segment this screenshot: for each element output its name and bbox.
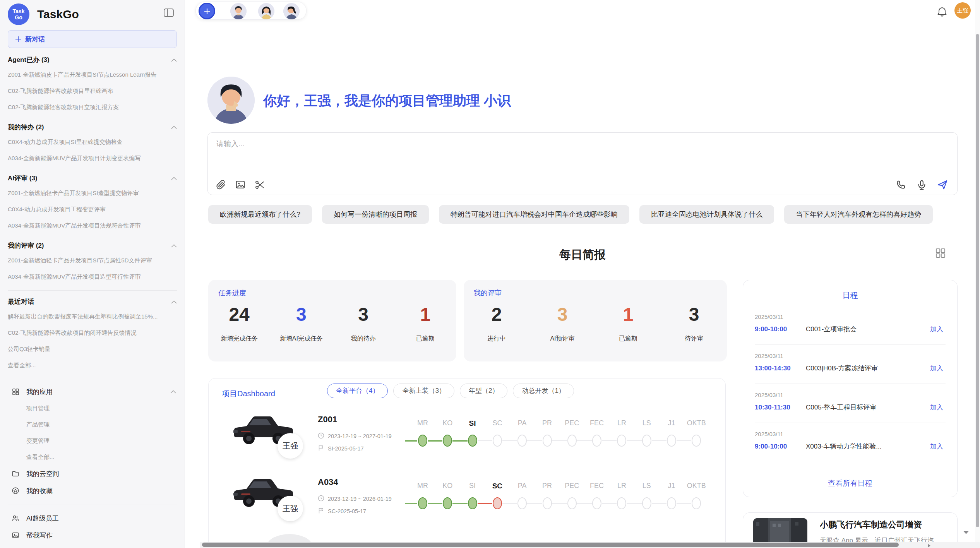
sidebar: Task Go TaskGo 新对话 Agent已办 (3)Z001-全新燃油皮…	[0, 0, 185, 548]
milestone-dot[interactable]	[592, 497, 601, 509]
send-icon[interactable]	[937, 179, 948, 190]
chevron-up-icon[interactable]	[171, 295, 177, 308]
milestone-dot[interactable]	[692, 497, 701, 509]
milestone-dot[interactable]	[617, 497, 626, 509]
sidebar-section-header[interactable]: Agent已办 (3)	[8, 53, 177, 67]
sidebar-item-star-icon[interactable]: 我的收藏	[8, 482, 177, 499]
chevron-up-icon[interactable]	[171, 239, 177, 252]
user-avatar[interactable]: 王强	[954, 2, 971, 19]
sidebar-tool-item[interactable]: 帮我写作	[8, 527, 177, 544]
app-sub-item[interactable]: 产品管理	[8, 416, 177, 433]
sidebar-item[interactable]: A034-全新新能源MUV产品开发项目计划变更表编写	[8, 150, 177, 166]
sidebar-item[interactable]: C02-飞腾新能源轻客改款项目立项汇报方案	[8, 99, 177, 115]
milestone-dot[interactable]	[493, 497, 502, 509]
notification-bell-icon[interactable]	[937, 6, 947, 17]
project-row[interactable]: 王强 Z001 2023-12-19 ~ 2027-01-19 SI-2025-…	[209, 408, 726, 470]
sidebar-item[interactable]: C0X4-动力总成开发项目工程变更评审	[8, 201, 177, 217]
recent-conversation-item[interactable]: C02-飞腾新能源轻客改款项目的闭环通告反馈情况	[8, 325, 177, 341]
sidebar-section-header[interactable]: 我的评审 (2)	[8, 239, 177, 252]
join-meeting-link[interactable]: 加入	[930, 442, 943, 451]
milestone-dot[interactable]	[667, 497, 676, 509]
suggestion-chip[interactable]: 特朗普可能对进口汽车增税会对中国车企造成哪些影响	[439, 205, 629, 224]
stat-item: 1已逾期	[394, 304, 456, 343]
sidebar-tool-item[interactable]: AI超级员工	[8, 510, 177, 527]
new-conversation-button[interactable]	[199, 3, 215, 19]
sidebar-item[interactable]: C02-飞腾新能源轻客改款项目里程碑画布	[8, 83, 177, 99]
sidebar-tool-item[interactable]: 创意制图	[8, 544, 177, 548]
image-icon[interactable]	[235, 179, 246, 190]
milestone-dot[interactable]	[517, 435, 527, 447]
sidebar-section-header[interactable]: AI评审 (3)	[8, 172, 177, 185]
sidebar-item[interactable]: Z001-全新燃油皮卡产品开发项目SI节点Lesson Learn报告	[8, 67, 177, 83]
sidebar-item-folder-icon[interactable]: 我的云空间	[8, 465, 177, 482]
milestone-dot[interactable]	[443, 497, 452, 509]
chat-input[interactable]	[216, 139, 936, 171]
view-all-conversations-link[interactable]: 查看全部...	[8, 357, 177, 373]
view-all-schedule-link[interactable]: 查看所有日程	[743, 478, 957, 488]
recent-conversation-item[interactable]: 解释最新出台的欧盟报废车法规再生塑料比例被调至15%...	[8, 308, 177, 325]
milestone-dot[interactable]	[517, 497, 527, 509]
chevron-up-icon[interactable]	[171, 121, 177, 134]
chevron-up-icon[interactable]	[171, 53, 177, 67]
dashboard-tab[interactable]: 动总开发（1）	[513, 384, 574, 398]
recent-conversation-item[interactable]: 公司Q3轻卡销量	[8, 341, 177, 357]
chevron-up-icon[interactable]	[171, 172, 177, 185]
sidebar-collapse-icon[interactable]	[164, 9, 174, 19]
paperclip-icon[interactable]	[216, 179, 226, 190]
dashboard-tab[interactable]: 全新平台（4）	[327, 384, 388, 398]
chevron-up-icon[interactable]	[170, 388, 176, 396]
milestone-dot[interactable]	[543, 497, 552, 509]
project-date-range: 2023-12-19 ~ 2027-01-19	[318, 432, 392, 440]
milestone-dot[interactable]	[443, 435, 452, 447]
app-sub-item[interactable]: 变更管理	[8, 433, 177, 449]
view-all-apps-link[interactable]: 查看全部...	[8, 449, 177, 465]
milestone-dot[interactable]	[592, 435, 601, 447]
scroll-right-icon[interactable]	[927, 543, 931, 548]
suggestion-chip[interactable]: 当下年轻人对汽车外观有怎样的喜好趋势	[784, 205, 933, 224]
new-chat-button[interactable]: 新对话	[8, 30, 177, 48]
microphone-icon[interactable]	[916, 179, 927, 190]
schedule-date: 2025/03/11	[755, 392, 946, 398]
milestone-dot[interactable]	[543, 435, 552, 447]
conversation-avatar[interactable]	[258, 3, 274, 19]
milestone-dot[interactable]	[617, 435, 626, 447]
milestone-dot[interactable]	[468, 435, 477, 447]
sidebar-section-header[interactable]: 我的待办 (2)	[8, 121, 177, 134]
dashboard-tab[interactable]: 全新上装（3）	[393, 384, 454, 398]
milestone-dot[interactable]	[642, 497, 651, 509]
join-meeting-link[interactable]: 加入	[930, 364, 943, 373]
milestone-dot[interactable]	[692, 435, 701, 447]
project-row[interactable]: 王强 A034 2023-12-19 ~ 2026-01-19 SC-2025-…	[209, 470, 726, 533]
conversation-avatar[interactable]	[283, 3, 300, 19]
sidebar-item[interactable]: Z001-全新燃油轻卡产品开发项目SI节点属性5D文件评审	[8, 252, 177, 269]
scroll-down-icon[interactable]	[963, 529, 970, 536]
sidebar-item[interactable]: A034-全新新能源MUV产品开发项目法规符合性评审	[8, 217, 177, 234]
milestone-dot[interactable]	[418, 435, 427, 447]
suggestion-chip[interactable]: 如何写一份清晰的项目周报	[322, 205, 429, 224]
suggestion-chip[interactable]: 欧洲新规最近颁布了什么?	[208, 205, 312, 224]
milestone-dot[interactable]	[418, 497, 427, 509]
milestone-dot[interactable]	[493, 435, 502, 447]
milestone-dot[interactable]	[567, 497, 577, 509]
sidebar-item[interactable]: Z001-全新燃油轻卡产品开发项目SI造型提交物评审	[8, 185, 177, 201]
milestone-dot[interactable]	[468, 497, 477, 509]
scissors-icon[interactable]	[254, 179, 265, 190]
sidebar-section-header[interactable]: 最近对话	[8, 295, 177, 308]
join-meeting-link[interactable]: 加入	[930, 325, 943, 334]
milestone-track: MRKOSISCPAPRPECFECLRLSJ1OKTB	[402, 419, 720, 458]
app-sub-item[interactable]: 项目管理	[8, 400, 177, 416]
milestone-dot[interactable]	[667, 435, 676, 447]
conversation-avatar[interactable]	[230, 3, 247, 19]
dashboard-tab[interactable]: 年型（2）	[460, 384, 507, 398]
sidebar-item[interactable]: C0X4-动力总成开发项目SI里程碑提交物检查	[8, 134, 177, 150]
sidebar-item[interactable]: A034-全新新能源MUV产品开发项目造型可行性评审	[8, 269, 177, 285]
horizontal-scrollbar-thumb[interactable]	[202, 543, 899, 547]
milestone-dot[interactable]	[642, 435, 651, 447]
vertical-scrollbar-thumb[interactable]	[976, 34, 979, 527]
join-meeting-link[interactable]: 加入	[930, 403, 943, 412]
layout-grid-icon[interactable]	[935, 248, 946, 259]
sidebar-item-my-apps[interactable]: 我的应用	[8, 383, 177, 400]
phone-icon[interactable]	[895, 179, 906, 190]
milestone-dot[interactable]	[567, 435, 577, 447]
suggestion-chip[interactable]: 比亚迪全固态电池计划具体说了什么	[639, 205, 774, 224]
